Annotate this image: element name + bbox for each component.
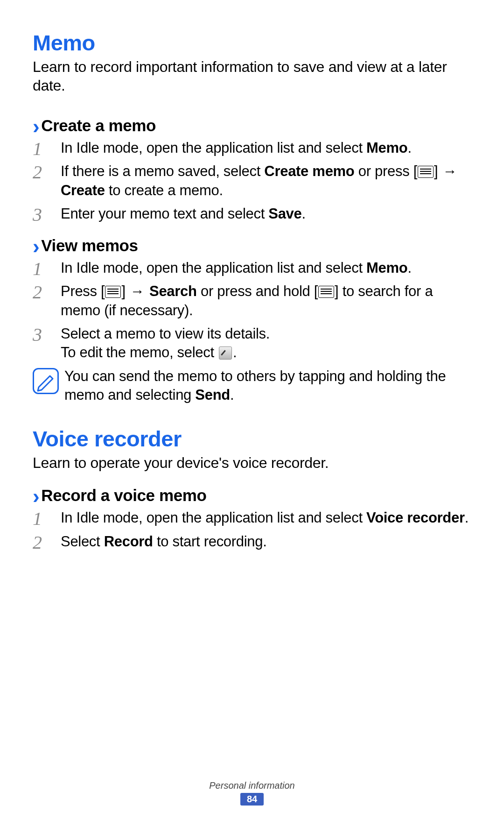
step-text: Press [] → Search or press and hold [] t…: [61, 282, 471, 320]
chevron-icon: ›: [33, 486, 39, 507]
step-number: 2: [33, 283, 61, 302]
step: 2 Press [] → Search or press and hold []…: [33, 282, 471, 320]
step: 3 Enter your memo text and select Save.: [33, 205, 471, 223]
note-text: You can send the memo to others by tappi…: [64, 367, 471, 405]
heading-memo: Memo: [33, 30, 471, 56]
step-text: Select Record to start recording.: [61, 532, 471, 551]
menu-icon: [105, 286, 121, 298]
heading-record-voice-memo-label: Record a voice memo: [41, 486, 206, 505]
step-number: 2: [33, 533, 61, 552]
note-icon: [33, 368, 59, 394]
step-text: If there is a memo saved, select Create …: [61, 162, 471, 200]
heading-view-memos: › View memos: [33, 235, 471, 256]
heading-view-memos-label: View memos: [41, 236, 138, 255]
chevron-icon: ›: [33, 116, 39, 137]
step-text: In Idle mode, open the application list …: [61, 139, 471, 157]
steps-record-voice-memo: 1 In Idle mode, open the application lis…: [33, 509, 471, 551]
page-footer: Personal information 84: [0, 780, 504, 806]
intro-voice-recorder: Learn to operate your device's voice rec…: [33, 453, 471, 472]
heading-voice-recorder: Voice recorder: [33, 426, 471, 452]
intro-memo: Learn to record important information to…: [33, 57, 471, 95]
step-text: Select a memo to view its details. To ed…: [61, 325, 471, 362]
heading-create-memo-label: Create a memo: [41, 116, 156, 135]
heading-record-voice-memo: › Record a voice memo: [33, 485, 471, 506]
step: 1 In Idle mode, open the application lis…: [33, 509, 471, 527]
step-number: 1: [33, 260, 61, 278]
footer-chapter: Personal information: [0, 780, 504, 791]
step: 1 In Idle mode, open the application lis…: [33, 259, 471, 277]
page-number: 84: [240, 793, 264, 806]
step: 3 Select a memo to view its details. To …: [33, 325, 471, 362]
heading-create-memo: › Create a memo: [33, 115, 471, 136]
note: You can send the memo to others by tappi…: [33, 367, 471, 405]
manual-page: Memo Learn to record important informati…: [0, 0, 504, 551]
chevron-icon: ›: [33, 236, 39, 257]
step-text: Enter your memo text and select Save.: [61, 205, 471, 223]
step-number: 2: [33, 163, 61, 182]
step-number: 1: [33, 140, 61, 158]
steps-view-memos: 1 In Idle mode, open the application lis…: [33, 259, 471, 404]
menu-icon: [418, 166, 434, 178]
steps-create-memo: 1 In Idle mode, open the application lis…: [33, 139, 471, 223]
edit-icon: [219, 346, 232, 360]
step-number: 3: [33, 325, 61, 344]
step: 2 If there is a memo saved, select Creat…: [33, 162, 471, 200]
step-text: In Idle mode, open the application list …: [61, 259, 471, 277]
step: 1 In Idle mode, open the application lis…: [33, 139, 471, 157]
menu-icon: [318, 286, 334, 298]
step-number: 3: [33, 205, 61, 224]
step-number: 1: [33, 509, 61, 528]
step-text: In Idle mode, open the application list …: [61, 509, 471, 527]
step: 2 Select Record to start recording.: [33, 532, 471, 551]
